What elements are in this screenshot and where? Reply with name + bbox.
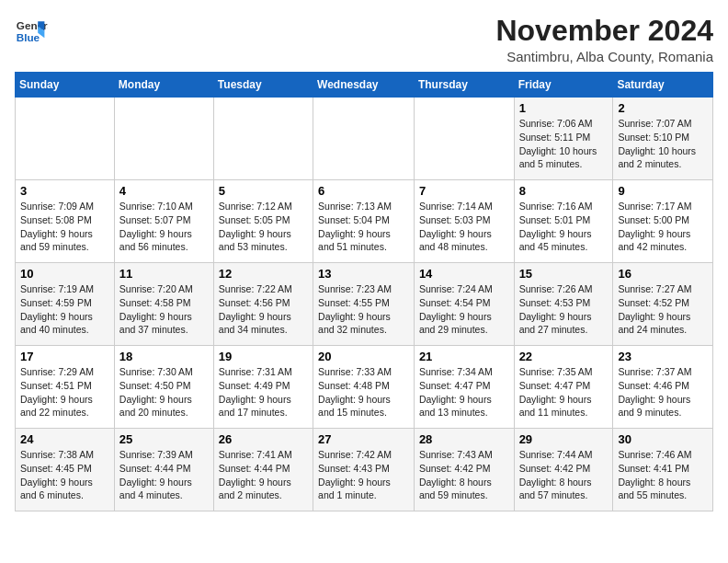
header-day-sunday: Sunday: [16, 73, 115, 98]
day-number: 8: [519, 184, 609, 198]
calendar-cell: 11Sunrise: 7:20 AMSunset: 4:58 PMDayligh…: [114, 263, 213, 346]
calendar-cell: 17Sunrise: 7:29 AMSunset: 4:51 PMDayligh…: [16, 346, 115, 429]
day-number: 2: [618, 101, 708, 115]
day-info: Sunrise: 7:23 AMSunset: 4:55 PMDaylight:…: [318, 282, 409, 337]
calendar-cell: 20Sunrise: 7:33 AMSunset: 4:48 PMDayligh…: [313, 346, 415, 429]
day-info: Sunrise: 7:13 AMSunset: 5:04 PMDaylight:…: [318, 200, 409, 254]
day-number: 30: [618, 432, 708, 446]
calendar-cell: 13Sunrise: 7:23 AMSunset: 4:55 PMDayligh…: [313, 263, 415, 346]
day-number: 14: [419, 267, 509, 281]
day-number: 11: [119, 267, 209, 281]
calendar-cell: 15Sunrise: 7:26 AMSunset: 4:53 PMDayligh…: [514, 263, 613, 346]
day-info: Sunrise: 7:24 AMSunset: 4:54 PMDaylight:…: [419, 282, 509, 337]
day-number: 19: [219, 350, 308, 363]
header-row: SundayMondayTuesdayWednesdayThursdayFrid…: [16, 73, 713, 98]
day-info: Sunrise: 7:17 AMSunset: 5:00 PMDaylight:…: [618, 200, 708, 254]
calendar-cell: 10Sunrise: 7:19 AMSunset: 4:59 PMDayligh…: [16, 263, 115, 346]
day-info: Sunrise: 7:42 AMSunset: 4:43 PMDaylight:…: [318, 448, 409, 502]
week-row-1: 1Sunrise: 7:06 AMSunset: 5:11 PMDaylight…: [16, 98, 713, 180]
day-info: Sunrise: 7:26 AMSunset: 4:53 PMDaylight:…: [519, 282, 609, 337]
day-number: 1: [519, 101, 609, 115]
day-number: 20: [318, 350, 409, 363]
day-info: Sunrise: 7:39 AMSunset: 4:44 PMDaylight:…: [119, 448, 209, 502]
day-info: Sunrise: 7:34 AMSunset: 4:47 PMDaylight:…: [419, 365, 509, 419]
week-row-4: 17Sunrise: 7:29 AMSunset: 4:51 PMDayligh…: [16, 346, 713, 429]
calendar-cell: 25Sunrise: 7:39 AMSunset: 4:44 PMDayligh…: [114, 429, 213, 511]
day-info: Sunrise: 7:41 AMSunset: 4:44 PMDaylight:…: [219, 448, 308, 502]
calendar-cell: [313, 98, 415, 180]
calendar-cell: 3Sunrise: 7:09 AMSunset: 5:08 PMDaylight…: [16, 180, 115, 263]
day-info: Sunrise: 7:20 AMSunset: 4:58 PMDaylight:…: [119, 282, 209, 337]
calendar-cell: 27Sunrise: 7:42 AMSunset: 4:43 PMDayligh…: [313, 429, 415, 511]
calendar-cell: 14Sunrise: 7:24 AMSunset: 4:54 PMDayligh…: [414, 263, 514, 346]
calendar-cell: 21Sunrise: 7:34 AMSunset: 4:47 PMDayligh…: [414, 346, 514, 429]
calendar-cell: 2Sunrise: 7:07 AMSunset: 5:10 PMDaylight…: [613, 98, 713, 180]
day-number: 15: [519, 267, 609, 281]
day-number: 25: [119, 432, 209, 446]
day-info: Sunrise: 7:30 AMSunset: 4:50 PMDaylight:…: [119, 365, 209, 419]
day-info: Sunrise: 7:35 AMSunset: 4:47 PMDaylight:…: [519, 365, 609, 419]
day-number: 23: [618, 350, 708, 363]
day-number: 24: [20, 432, 109, 446]
header-day-friday: Friday: [514, 73, 613, 98]
title-area: November 2024 Santimbru, Alba County, Ro…: [495, 15, 713, 64]
calendar-cell: 28Sunrise: 7:43 AMSunset: 4:42 PMDayligh…: [414, 429, 514, 511]
calendar-cell: 7Sunrise: 7:14 AMSunset: 5:03 PMDaylight…: [414, 180, 514, 263]
day-info: Sunrise: 7:19 AMSunset: 4:59 PMDaylight:…: [20, 282, 109, 337]
calendar-cell: 23Sunrise: 7:37 AMSunset: 4:46 PMDayligh…: [613, 346, 713, 429]
day-number: 10: [20, 267, 109, 281]
day-number: 5: [219, 184, 308, 198]
day-number: 4: [119, 184, 209, 198]
day-info: Sunrise: 7:29 AMSunset: 4:51 PMDaylight:…: [20, 365, 109, 419]
day-number: 18: [119, 350, 209, 363]
day-number: 3: [20, 184, 109, 198]
calendar-cell: 5Sunrise: 7:12 AMSunset: 5:05 PMDaylight…: [213, 180, 313, 263]
header-day-tuesday: Tuesday: [213, 73, 313, 98]
calendar-cell: 30Sunrise: 7:46 AMSunset: 4:41 PMDayligh…: [613, 429, 713, 511]
week-row-5: 24Sunrise: 7:38 AMSunset: 4:45 PMDayligh…: [16, 429, 713, 511]
calendar-cell: 19Sunrise: 7:31 AMSunset: 4:49 PMDayligh…: [213, 346, 313, 429]
day-info: Sunrise: 7:31 AMSunset: 4:49 PMDaylight:…: [219, 365, 308, 419]
day-number: 26: [219, 432, 308, 446]
day-info: Sunrise: 7:09 AMSunset: 5:08 PMDaylight:…: [20, 200, 109, 254]
logo-icon: General Blue: [15, 15, 48, 48]
calendar-cell: 4Sunrise: 7:10 AMSunset: 5:07 PMDaylight…: [114, 180, 213, 263]
day-number: 21: [419, 350, 509, 363]
day-info: Sunrise: 7:38 AMSunset: 4:45 PMDaylight:…: [20, 448, 109, 502]
day-info: Sunrise: 7:33 AMSunset: 4:48 PMDaylight:…: [318, 365, 409, 419]
week-row-2: 3Sunrise: 7:09 AMSunset: 5:08 PMDaylight…: [16, 180, 713, 263]
day-info: Sunrise: 7:46 AMSunset: 4:41 PMDaylight:…: [618, 448, 708, 502]
calendar-cell: 16Sunrise: 7:27 AMSunset: 4:52 PMDayligh…: [613, 263, 713, 346]
calendar-cell: [16, 98, 115, 180]
calendar-cell: 18Sunrise: 7:30 AMSunset: 4:50 PMDayligh…: [114, 346, 213, 429]
calendar-cell: 26Sunrise: 7:41 AMSunset: 4:44 PMDayligh…: [213, 429, 313, 511]
calendar-cell: 6Sunrise: 7:13 AMSunset: 5:04 PMDaylight…: [313, 180, 415, 263]
calendar-cell: 1Sunrise: 7:06 AMSunset: 5:11 PMDaylight…: [514, 98, 613, 180]
day-info: Sunrise: 7:07 AMSunset: 5:10 PMDaylight:…: [618, 117, 708, 171]
day-number: 12: [219, 267, 308, 281]
calendar-cell: 8Sunrise: 7:16 AMSunset: 5:01 PMDaylight…: [514, 180, 613, 263]
day-number: 22: [519, 350, 609, 363]
header-day-wednesday: Wednesday: [313, 73, 415, 98]
day-info: Sunrise: 7:16 AMSunset: 5:01 PMDaylight:…: [519, 200, 609, 254]
calendar-cell: [213, 98, 313, 180]
day-info: Sunrise: 7:22 AMSunset: 4:56 PMDaylight:…: [219, 282, 308, 337]
svg-text:Blue: Blue: [17, 31, 40, 43]
calendar-body: 1Sunrise: 7:06 AMSunset: 5:11 PMDaylight…: [16, 98, 713, 511]
day-number: 28: [419, 432, 509, 446]
day-info: Sunrise: 7:43 AMSunset: 4:42 PMDaylight:…: [419, 448, 509, 502]
day-number: 13: [318, 267, 409, 281]
day-number: 27: [318, 432, 409, 446]
day-number: 7: [419, 184, 509, 198]
day-info: Sunrise: 7:06 AMSunset: 5:11 PMDaylight:…: [519, 117, 609, 171]
day-info: Sunrise: 7:12 AMSunset: 5:05 PMDaylight:…: [219, 200, 308, 254]
calendar-table: SundayMondayTuesdayWednesdayThursdayFrid…: [15, 72, 713, 511]
day-number: 6: [318, 184, 409, 198]
week-row-3: 10Sunrise: 7:19 AMSunset: 4:59 PMDayligh…: [16, 263, 713, 346]
day-info: Sunrise: 7:10 AMSunset: 5:07 PMDaylight:…: [119, 200, 209, 254]
header-day-saturday: Saturday: [613, 73, 713, 98]
day-number: 17: [20, 350, 109, 363]
calendar-cell: 12Sunrise: 7:22 AMSunset: 4:56 PMDayligh…: [213, 263, 313, 346]
calendar-cell: 29Sunrise: 7:44 AMSunset: 4:42 PMDayligh…: [514, 429, 613, 511]
header-day-monday: Monday: [114, 73, 213, 98]
